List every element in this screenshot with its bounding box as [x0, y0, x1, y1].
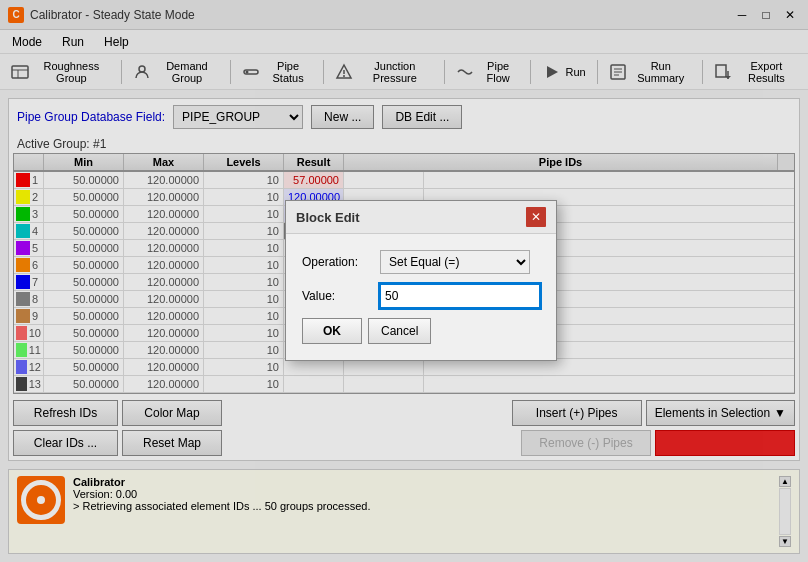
- value-input[interactable]: [380, 284, 540, 308]
- value-row: Value:: [302, 284, 540, 308]
- dialog-body: Operation: Set Equal (=) Add (+) Subtrac…: [286, 234, 556, 360]
- value-label: Value:: [302, 289, 372, 303]
- block-edit-dialog: Block Edit ✕ Operation: Set Equal (=) Ad…: [285, 200, 557, 361]
- operation-row: Operation: Set Equal (=) Add (+) Subtrac…: [302, 250, 540, 274]
- dialog-buttons: OK Cancel: [302, 318, 540, 344]
- operation-select[interactable]: Set Equal (=) Add (+) Subtract (-) Multi…: [380, 250, 530, 274]
- dialog-overlay: Block Edit ✕ Operation: Set Equal (=) Ad…: [0, 0, 808, 562]
- cancel-button[interactable]: Cancel: [368, 318, 431, 344]
- dialog-title: Block Edit: [296, 210, 360, 225]
- operation-label: Operation:: [302, 255, 372, 269]
- dialog-close-button[interactable]: ✕: [526, 207, 546, 227]
- dialog-title-bar: Block Edit ✕: [286, 201, 556, 234]
- ok-button[interactable]: OK: [302, 318, 362, 344]
